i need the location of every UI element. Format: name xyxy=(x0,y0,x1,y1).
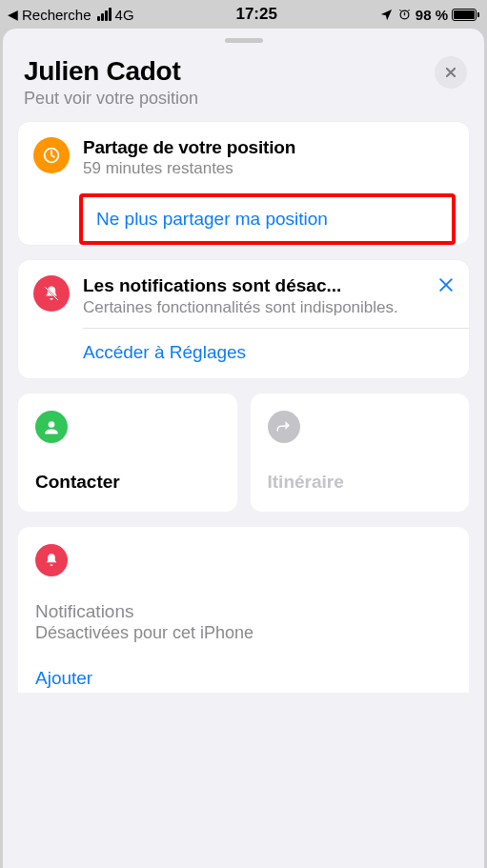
directions-icon xyxy=(268,411,300,443)
svg-point-3 xyxy=(49,421,55,428)
contact-tile-label: Contacter xyxy=(35,472,220,493)
bell-slash-icon xyxy=(33,275,70,312)
directions-tile: Itinéraire xyxy=(251,394,470,512)
close-icon xyxy=(444,66,457,79)
status-bar: ◀ Recherche 4G 17:25 98 % xyxy=(0,0,487,29)
timer-icon xyxy=(33,137,70,173)
sheet-grabber[interactable] xyxy=(225,38,263,43)
sheet-header: Julien Cadot Peut voir votre position xyxy=(3,50,484,122)
location-sharing-card: Partage de votre position 59 minutes res… xyxy=(18,122,469,245)
battery-icon xyxy=(452,9,479,21)
dismiss-banner-button[interactable] xyxy=(436,275,456,294)
bell-icon xyxy=(35,544,68,576)
alarm-icon xyxy=(397,8,412,22)
person-icon xyxy=(35,411,68,443)
add-notification-button[interactable]: Ajouter xyxy=(35,668,452,689)
directions-tile-label: Itinéraire xyxy=(268,472,453,493)
notif-banner-body: Certaines fonctionnalités sont indisponi… xyxy=(83,297,429,318)
notif-banner-title: Les notifications sont désac... xyxy=(83,275,429,296)
action-tiles: Contacter Itinéraire xyxy=(18,394,469,512)
contact-sheet: Julien Cadot Peut voir votre position Pa… xyxy=(3,29,484,868)
notifications-section: Notifications Désactivées pour cet iPhon… xyxy=(18,527,469,693)
stop-sharing-button[interactable]: Ne plus partager ma position xyxy=(96,209,438,230)
notifications-heading: Notifications xyxy=(35,601,452,622)
network-label: 4G xyxy=(115,7,134,23)
notifications-status: Désactivées pour cet iPhone xyxy=(35,623,452,643)
stop-sharing-highlight: Ne plus partager ma position xyxy=(79,193,456,245)
sharing-remaining: 59 minutes restantes xyxy=(83,159,454,178)
battery-pct: 98 % xyxy=(416,7,448,23)
location-arrow-icon xyxy=(379,8,394,22)
close-button[interactable] xyxy=(435,56,467,89)
contact-subtitle: Peut voir votre position xyxy=(24,89,463,109)
signal-icon xyxy=(97,8,112,21)
sharing-title: Partage de votre position xyxy=(83,137,454,158)
contact-name: Julien Cadot xyxy=(24,56,463,87)
notifications-disabled-card: Les notifications sont désac... Certaine… xyxy=(18,260,469,378)
status-time: 17:25 xyxy=(134,5,379,24)
back-app-label[interactable]: Recherche xyxy=(22,7,91,23)
open-settings-button[interactable]: Accéder à Réglages xyxy=(83,342,454,363)
contact-tile[interactable]: Contacter xyxy=(18,394,237,512)
back-arrow-icon[interactable]: ◀ xyxy=(8,7,18,22)
